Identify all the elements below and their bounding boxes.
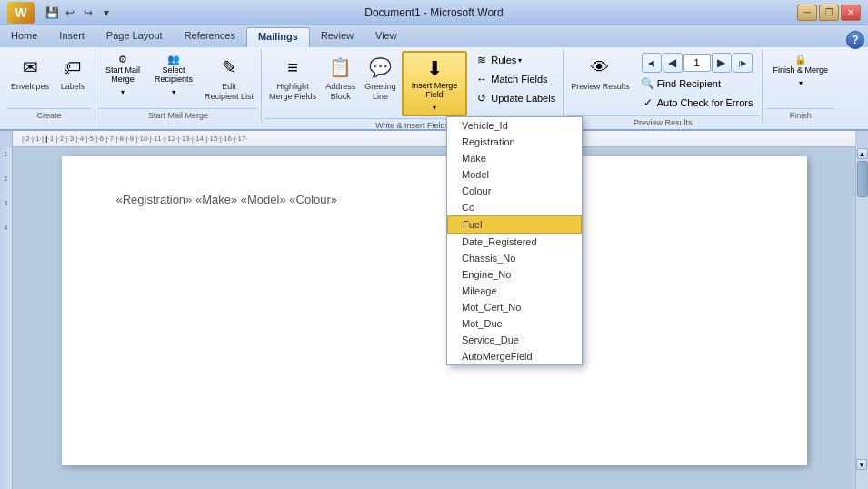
finish-group-label: Finish bbox=[766, 108, 834, 120]
dropdown-item-mot-due[interactable]: Mot_Due bbox=[447, 315, 582, 332]
match-fields-label: Match Fields bbox=[491, 74, 547, 85]
scroll-thumb[interactable] bbox=[857, 161, 868, 197]
finish-label: Finish & Merge bbox=[773, 65, 828, 75]
document-scroll-area[interactable]: «Registration» «Make» «Model» «Colour» bbox=[13, 147, 855, 489]
title-bar-left: W 💾 ↩ ↪ ▾ bbox=[7, 2, 115, 24]
dropdown-item-automergefield[interactable]: AutoMergeField bbox=[447, 348, 582, 364]
horizontal-ruler: |·2·|·1·|·|·1·|·2·|·3·|·4·|·5·|·6·|·7·|·… bbox=[13, 131, 855, 147]
envelopes-label: Envelopes bbox=[11, 82, 49, 92]
tab-home[interactable]: Home bbox=[0, 27, 48, 47]
window-title: Document1 - Microsoft Word bbox=[364, 6, 504, 19]
tab-insert[interactable]: Insert bbox=[48, 27, 95, 47]
rules-icon: ≋ bbox=[474, 53, 489, 67]
dropdown-item-mot-cert-no[interactable]: Mot_Cert_No bbox=[447, 299, 582, 315]
labels-label: Labels bbox=[61, 82, 85, 92]
dropdown-item-model[interactable]: Model bbox=[447, 166, 582, 183]
finish-icon: 🔒 bbox=[794, 54, 807, 65]
greeting-line-button[interactable]: 💬 GreetingLine bbox=[361, 51, 400, 104]
auto-check-button[interactable]: ✓ Auto Check for Errors bbox=[637, 94, 757, 112]
update-labels-button[interactable]: ↺ Update Labels bbox=[471, 89, 559, 107]
tab-view[interactable]: View bbox=[364, 27, 408, 47]
dropdown-item-fuel[interactable]: Fuel bbox=[447, 215, 582, 234]
envelopes-button[interactable]: ✉ Envelopes bbox=[7, 51, 53, 94]
window-controls: ─ ❐ ✕ bbox=[797, 5, 861, 21]
create-group: ✉ Envelopes 🏷 Labels Create bbox=[4, 49, 95, 122]
right-scrollbar[interactable]: ▲ ▼ bbox=[855, 147, 868, 489]
dropdown-item-engine-no[interactable]: Engine_No bbox=[447, 266, 582, 283]
dropdown-item-cc[interactable]: Cc bbox=[447, 199, 582, 215]
find-recipient-button[interactable]: 🔍 Find Recipient bbox=[637, 75, 757, 93]
labels-button[interactable]: 🏷 Labels bbox=[55, 51, 91, 94]
rules-label: Rules bbox=[491, 55, 516, 65]
ruler-side-left bbox=[0, 131, 13, 147]
scroll-down-button[interactable]: ▼ bbox=[856, 459, 867, 470]
minimize-button[interactable]: ─ bbox=[797, 5, 817, 21]
address-icon: 📋 bbox=[326, 53, 355, 82]
find-icon: 🔍 bbox=[641, 76, 655, 91]
insert-merge-arrow[interactable]: ▾ bbox=[405, 102, 464, 113]
quick-access-toolbar: 💾 ↩ ↪ ▾ bbox=[44, 5, 115, 21]
ribbon-content: ✉ Envelopes 🏷 Labels Create ⚙ Start Mail… bbox=[0, 47, 868, 129]
greeting-label: GreetingLine bbox=[364, 82, 396, 102]
finish-arrow[interactable]: ▾ bbox=[766, 77, 834, 88]
highlight-label: HighlightMerge Fields bbox=[269, 82, 316, 102]
dropdown-item-make[interactable]: Make bbox=[447, 150, 582, 166]
insert-merge-field-button[interactable]: ⬇ Insert MergeField ▾ bbox=[402, 51, 468, 116]
finish-group: 🔒 Finish & Merge ▾ Finish bbox=[763, 49, 838, 122]
rules-button[interactable]: ≋ Rules ▾ bbox=[471, 51, 559, 69]
dropdown-item-chassis-no[interactable]: Chassis_No bbox=[447, 250, 582, 266]
dropdown-item-date-registered[interactable]: Date_Registered bbox=[447, 234, 582, 250]
dropdown-item-service-due[interactable]: Service_Due bbox=[447, 332, 582, 348]
insert-merge-field-dropdown: Vehicle_IdRegistrationMakeModelColourCcF… bbox=[446, 116, 583, 365]
finish-merge-button[interactable]: 🔒 Finish & Merge ▾ bbox=[766, 51, 834, 88]
restore-button[interactable]: ❐ bbox=[819, 5, 839, 21]
tab-review[interactable]: Review bbox=[310, 27, 364, 47]
customize-button[interactable]: ▾ bbox=[98, 5, 115, 21]
preview-results-label: Preview Results bbox=[567, 115, 758, 127]
prev-record-button[interactable]: ◀ bbox=[663, 53, 683, 73]
envelopes-icon: ✉ bbox=[15, 53, 45, 82]
dropdown-item-colour[interactable]: Colour bbox=[447, 183, 582, 199]
help-button[interactable]: ? bbox=[846, 31, 864, 49]
record-number-input[interactable] bbox=[683, 54, 711, 72]
close-button[interactable]: ✕ bbox=[841, 5, 861, 21]
dropdown-item-registration[interactable]: Registration bbox=[447, 134, 582, 150]
document-content: «Registration» «Make» «Model» «Colour» bbox=[116, 193, 753, 206]
preview-small-buttons: 🔍 Find Recipient ✓ Auto Check for Errors bbox=[637, 75, 757, 112]
select-recipients-label: SelectRecipients bbox=[155, 65, 193, 84]
edit-list-icon: ✎ bbox=[215, 53, 244, 82]
first-record-button[interactable]: ◀| bbox=[642, 53, 662, 73]
document-page: «Registration» «Make» «Model» «Colour» bbox=[62, 156, 807, 465]
tab-references[interactable]: References bbox=[174, 27, 246, 47]
dropdown-item-vehicle-id[interactable]: Vehicle_Id bbox=[447, 117, 582, 134]
tab-page-layout[interactable]: Page Layout bbox=[95, 27, 174, 47]
labels-icon: 🏷 bbox=[58, 53, 87, 82]
start-mail-merge-group: ⚙ Start MailMerge ▾ 👥 SelectRecipients ▾… bbox=[95, 49, 262, 122]
select-recipients-button[interactable]: 👥 SelectRecipients ▾ bbox=[148, 51, 199, 97]
preview-icon: 👁 bbox=[585, 53, 614, 82]
redo-button[interactable]: ↪ bbox=[80, 5, 96, 21]
edit-recipient-list-button[interactable]: ✎ EditRecipient List bbox=[201, 51, 257, 104]
save-button[interactable]: 💾 bbox=[44, 5, 60, 21]
next-record-button[interactable]: ▶ bbox=[712, 53, 732, 73]
update-labels-label: Update Labels bbox=[491, 93, 555, 104]
undo-button[interactable]: ↩ bbox=[62, 5, 78, 21]
start-mail-merge-label: Start Mail Merge bbox=[99, 108, 257, 120]
auto-check-label: Auto Check for Errors bbox=[657, 97, 753, 108]
select-recipients-arrow[interactable]: ▾ bbox=[148, 86, 199, 97]
start-merge-button[interactable]: ⚙ Start MailMerge ▾ bbox=[99, 51, 146, 97]
address-block-button[interactable]: 📋 AddressBlock bbox=[322, 51, 359, 104]
last-record-button[interactable]: |▶ bbox=[733, 53, 753, 73]
start-merge-icon: ⚙ bbox=[118, 54, 127, 65]
start-merge-arrow[interactable]: ▾ bbox=[99, 86, 146, 97]
tab-mailings[interactable]: Mailings bbox=[246, 27, 310, 47]
preview-results-button[interactable]: 👁 Preview Results bbox=[567, 51, 634, 94]
document-area: 1234 «Registration» «Make» «Model» «Colo… bbox=[0, 147, 868, 489]
scroll-up-button[interactable]: ▲ bbox=[857, 148, 868, 159]
title-bar: W 💾 ↩ ↪ ▾ Document1 - Microsoft Word ─ ❐… bbox=[0, 0, 868, 25]
highlight-merge-fields-button[interactable]: ≡ HighlightMerge Fields bbox=[265, 51, 320, 104]
select-recipients-icon: 👥 bbox=[167, 54, 180, 65]
update-labels-icon: ↺ bbox=[474, 91, 489, 105]
dropdown-item-mileage[interactable]: Mileage bbox=[447, 283, 582, 299]
match-fields-button[interactable]: ↔ Match Fields bbox=[471, 70, 559, 88]
